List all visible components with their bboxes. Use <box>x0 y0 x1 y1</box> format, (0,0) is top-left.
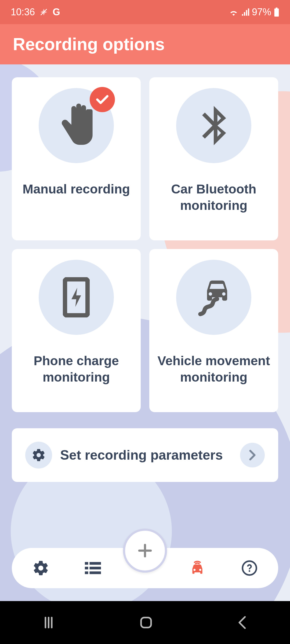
icon-circle <box>39 88 114 163</box>
bluetooth-icon <box>199 105 229 146</box>
plus-icon <box>136 542 154 559</box>
page-header: Recording options <box>0 24 290 64</box>
icon-circle <box>176 88 251 163</box>
sys-home-button[interactable] <box>139 615 154 630</box>
phone-charge-icon <box>63 277 90 317</box>
fab-add-button[interactable] <box>123 529 167 573</box>
card-label: Car Bluetooth monitoring <box>149 181 278 214</box>
status-time: 10:36 <box>11 6 35 18</box>
card-phone-charge-monitoring[interactable]: Phone charge monitoring <box>12 249 141 412</box>
parameters-label: Set recording parameters <box>60 447 223 463</box>
status-bar: 10:36 G 97% <box>0 0 290 24</box>
google-icon: G <box>53 6 60 18</box>
wifi-icon <box>229 8 238 16</box>
svg-rect-2 <box>141 617 151 627</box>
gear-icon <box>25 442 52 469</box>
icon-circle <box>176 260 251 335</box>
battery-icon <box>274 8 279 17</box>
page-title: Recording options <box>13 34 165 54</box>
signal-icon <box>241 8 249 16</box>
nav-settings-button[interactable] <box>32 559 49 577</box>
nav-car-button[interactable] <box>189 559 206 577</box>
card-label: Phone charge monitoring <box>12 353 141 386</box>
chevron-right-icon <box>240 443 265 467</box>
card-vehicle-movement-monitoring[interactable]: Vehicle movement monitoring <box>149 249 278 412</box>
card-manual-recording[interactable]: Manual recording <box>12 77 141 240</box>
selected-check-icon <box>90 87 115 112</box>
sys-recents-button[interactable] <box>41 615 56 630</box>
nav-help-button[interactable] <box>241 560 258 576</box>
system-nav-bar <box>0 601 290 644</box>
status-battery-text: 97% <box>252 6 271 18</box>
hand-icon <box>56 103 96 148</box>
card-set-recording-parameters[interactable]: Set recording parameters <box>12 428 278 482</box>
location-off-icon <box>40 8 48 16</box>
nav-list-button[interactable] <box>85 562 101 575</box>
card-label: Vehicle movement monitoring <box>149 353 278 386</box>
card-label: Manual recording <box>17 181 135 197</box>
card-bluetooth-monitoring[interactable]: Car Bluetooth monitoring <box>149 77 278 240</box>
sys-back-button[interactable] <box>236 615 249 630</box>
icon-circle <box>39 260 114 335</box>
vehicle-skid-icon <box>194 277 234 317</box>
